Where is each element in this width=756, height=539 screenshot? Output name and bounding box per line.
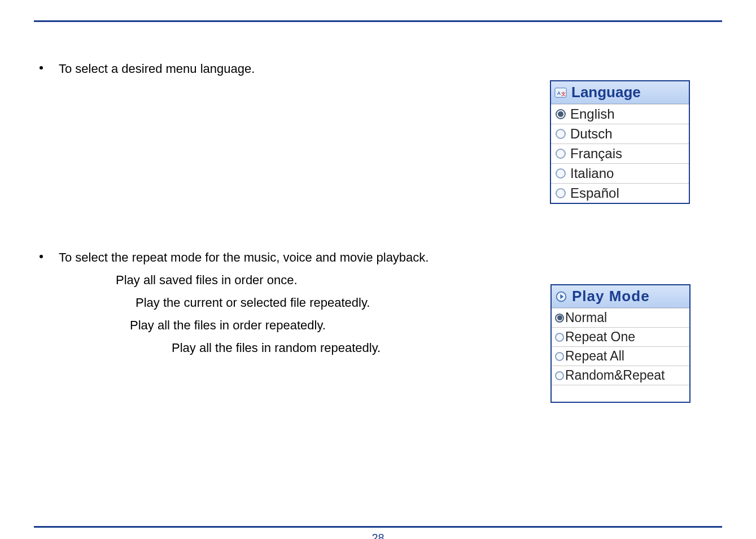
- playmode-option-repeat-one[interactable]: Repeat One: [552, 327, 689, 346]
- radio-icon: [555, 314, 564, 323]
- radio-icon: [555, 333, 564, 342]
- svg-text:A: A: [557, 90, 561, 95]
- radio-icon: [556, 109, 566, 119]
- language-option-italiano[interactable]: Italiano: [551, 163, 689, 183]
- radio-icon: [555, 352, 564, 361]
- playmode-option-label: Repeat One: [565, 329, 635, 345]
- play-icon: [555, 291, 567, 302]
- playmode-panel-spacer: [552, 385, 689, 402]
- language-option-francais[interactable]: Français: [551, 144, 689, 163]
- language-option-label: English: [570, 106, 615, 122]
- playmode-option-label: Repeat All: [565, 349, 624, 364]
- playmode-panel: Play Mode Normal Repeat One Repeat All R…: [550, 284, 691, 403]
- language-icon: A 文: [554, 87, 567, 98]
- language-option-label: Español: [570, 185, 619, 201]
- language-option-label: Dutsch: [570, 126, 613, 142]
- language-bullet-text: To select a desired menu language.: [59, 62, 255, 76]
- playmode-bullet: To select the repeat mode for the music,…: [34, 250, 722, 265]
- language-option-dutsch[interactable]: Dutsch: [551, 124, 689, 144]
- language-option-label: Français: [570, 146, 622, 162]
- bullet-icon: [40, 66, 43, 69]
- language-bullet: To select a desired menu language.: [34, 62, 722, 76]
- playmode-panel-header: Play Mode: [552, 285, 689, 308]
- language-option-english[interactable]: English: [551, 104, 689, 124]
- playmode-option-random-repeat[interactable]: Random&Repeat: [552, 366, 689, 385]
- language-panel-header: A 文 Language: [551, 81, 689, 104]
- language-option-espanol[interactable]: Español: [551, 183, 689, 203]
- radio-icon: [555, 371, 564, 380]
- playmode-option-repeat-all[interactable]: Repeat All: [552, 346, 689, 366]
- language-panel-title: Language: [571, 84, 641, 101]
- playmode-panel-title: Play Mode: [572, 288, 650, 305]
- bullet-icon: [40, 255, 43, 258]
- radio-icon: [556, 188, 566, 198]
- page: To select a desired menu language. To se…: [0, 20, 756, 539]
- radio-icon: [556, 129, 566, 139]
- language-panel: A 文 Language English Dutsch Français Ita…: [550, 80, 690, 204]
- bottom-rule: [34, 526, 722, 528]
- playmode-option-normal[interactable]: Normal: [552, 308, 689, 327]
- language-option-label: Italiano: [570, 166, 614, 181]
- svg-text:文: 文: [561, 91, 566, 96]
- radio-icon: [556, 149, 566, 159]
- playmode-option-label: Normal: [565, 310, 607, 325]
- playmode-option-label: Random&Repeat: [565, 368, 665, 383]
- playmode-bullet-text: To select the repeat mode for the music,…: [59, 250, 429, 265]
- page-number: 28: [0, 532, 756, 539]
- radio-icon: [556, 168, 566, 179]
